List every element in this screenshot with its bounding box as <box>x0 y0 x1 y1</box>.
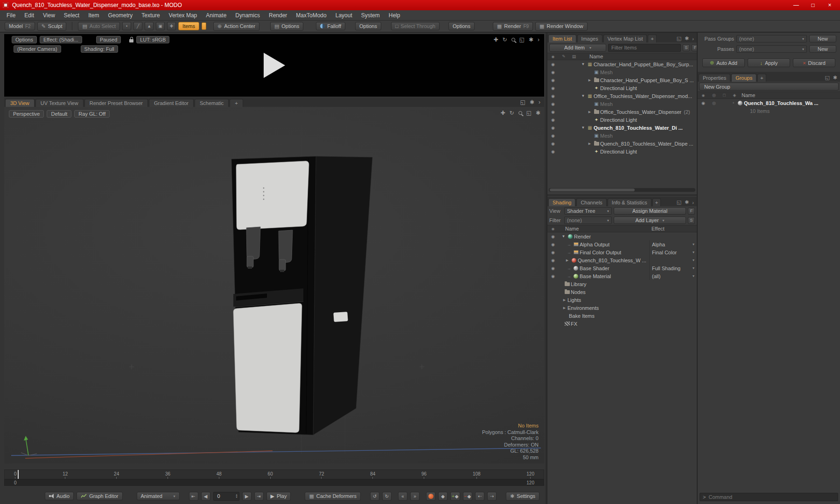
item-row-group-selected[interactable]: ◉ ▼ ▦ Quench_810_Touchless_Water_Di ... <box>547 124 697 132</box>
previous-frame-icon[interactable]: ◀ <box>201 492 210 501</box>
render-column-header[interactable]: ▤ <box>569 54 579 59</box>
add-key-icon[interactable]: +◆ <box>450 492 460 501</box>
record-icon[interactable] <box>428 494 434 499</box>
visibility-eye-icon[interactable]: ◉ <box>547 94 559 98</box>
edges-mode-icon[interactable]: ╱ <box>133 22 142 30</box>
panel-chevron-icon[interactable]: › <box>692 200 694 205</box>
shader-row-base-material[interactable]: ◉ → Base Material (all) ▾ <box>547 272 697 280</box>
expand-icon[interactable]: ◱ <box>677 199 681 205</box>
effect-dropdown[interactable]: ▾ <box>649 256 696 264</box>
menu-select[interactable]: Select <box>64 12 79 19</box>
graph-editor-button[interactable]: Graph Editor <box>77 492 122 500</box>
visibility-eye-icon[interactable]: ◉ <box>547 258 559 263</box>
visibility-eye-icon[interactable]: ◉ <box>547 102 559 106</box>
tab-item-list[interactable]: Item List <box>548 35 576 42</box>
visibility-eye-icon[interactable]: ◉ <box>547 250 559 255</box>
zoom-icon[interactable] <box>511 38 515 42</box>
command-bar[interactable]: > <box>700 493 838 501</box>
menu-view[interactable]: View <box>43 12 55 19</box>
shader-row-alpha-output[interactable]: ◉ → Alpha Output Alpha ▾ <box>547 240 697 248</box>
gear-icon[interactable]: ✱ <box>685 35 689 42</box>
item-row-mesh[interactable]: ◉ ▣ Mesh <box>547 100 697 108</box>
horizontal-scrollbar[interactable] <box>549 188 695 192</box>
shader-row-lights[interactable]: ▶ Lights <box>547 296 697 304</box>
zoom-icon[interactable] <box>518 111 522 115</box>
filter-button[interactable]: F <box>688 208 695 215</box>
menu-file[interactable]: File <box>7 12 15 19</box>
item-row-folder[interactable]: ◉ ▶ Character_Hand_Puppet_Blue_Boy_S ... <box>547 76 697 84</box>
menu-layout[interactable]: Layout <box>336 12 352 19</box>
expand-icon[interactable]: ◱ <box>520 99 525 105</box>
effect-dropdown[interactable]: (all) ▾ <box>649 272 696 280</box>
circle-toggle-icon[interactable]: ◎ <box>709 101 719 105</box>
maximize-button[interactable]: □ <box>805 0 820 10</box>
next-key-icon[interactable]: » <box>410 492 420 501</box>
visibility-eye-icon[interactable]: ◉ <box>547 118 559 122</box>
gear-icon[interactable]: ✱ <box>529 36 533 43</box>
gear-icon[interactable]: ✱ <box>833 75 837 81</box>
default-shading-button[interactable]: Default <box>47 110 71 118</box>
shader-row-render[interactable]: ◉ ▼ Render <box>547 232 697 240</box>
effect-dropdown[interactable]: Final Color ▾ <box>649 248 696 256</box>
render-window-button[interactable]: ▦ Render Window <box>535 22 588 31</box>
tab-render-preset-browser[interactable]: Render Preset Browser <box>84 99 148 107</box>
vertices-mode-icon[interactable]: • <box>122 22 131 30</box>
minimize-button[interactable]: — <box>789 0 804 10</box>
timeline-ruler[interactable]: 0 12 24 36 48 60 72 84 96 108 120 <box>4 469 544 479</box>
expand-arrow-icon[interactable]: ▶ <box>587 110 593 114</box>
command-input[interactable] <box>708 494 835 500</box>
timeline-range-bar[interactable]: 0 120 <box>4 479 544 486</box>
new-pass-button[interactable]: New <box>809 45 836 53</box>
preview-play-icon[interactable] <box>264 53 285 78</box>
preview-shading-button[interactable]: Shading: Full <box>81 45 118 53</box>
panel-chevron-icon[interactable]: › <box>538 36 539 43</box>
visibility-eye-icon[interactable]: ◉ <box>547 141 559 146</box>
select-through-options-button[interactable]: Options <box>448 22 475 30</box>
expand-arrow-icon[interactable]: ▶ <box>587 142 593 146</box>
tab-channels[interactable]: Channels <box>576 198 606 206</box>
expand-icon[interactable]: ◱ <box>519 36 525 43</box>
action-center-button[interactable]: ⊕ Action Center <box>213 22 259 31</box>
effect-column-header[interactable]: Effect <box>651 226 665 231</box>
shader-row-final-color-output[interactable]: ◉ → Final Color Output Final Color ▾ <box>547 248 697 256</box>
visibility-eye-icon[interactable]: ◉ <box>547 86 559 91</box>
anim-settings-button[interactable]: ✱ Settings <box>506 492 539 501</box>
jump-next-key-icon[interactable]: ⇢ <box>487 492 497 501</box>
visibility-column-header[interactable]: ◉ <box>547 227 559 231</box>
tab-groups[interactable]: Groups <box>731 74 756 82</box>
shader-row-bake-items[interactable]: Bake Items <box>547 312 697 320</box>
discard-button[interactable]: × Discard <box>793 58 835 67</box>
3d-viewport[interactable]: Perspective Default Ray GL: Off ✚ ↻ ◱ ✱ … <box>4 107 544 463</box>
visibility-eye-icon[interactable]: ◉ <box>547 266 559 271</box>
perspective-button[interactable]: Perspective <box>9 110 44 118</box>
loop-forward-icon[interactable]: ↻ <box>382 492 392 501</box>
item-row-group[interactable]: ◉ ▼ ▦ Character_Hand_Puppet_Blue_Boy_Sur… <box>547 60 697 68</box>
render-button[interactable]: ▦ Render F9 <box>493 22 533 31</box>
name-column-header[interactable]: Name <box>742 92 755 98</box>
play-button[interactable]: ▶ Play <box>266 492 291 501</box>
menu-vertex-map[interactable]: Vertex Map <box>169 12 197 19</box>
pan-icon[interactable]: ✚ <box>500 110 505 116</box>
visibility-eye-icon[interactable]: ◉ <box>547 62 559 67</box>
tab-3d-view[interactable]: 3D View <box>5 99 35 107</box>
menu-help[interactable]: Help <box>389 12 400 19</box>
menu-animate[interactable]: Animate <box>206 12 226 19</box>
view-mode-dropdown[interactable]: Shader Tree ▾ <box>564 207 612 215</box>
item-row-light[interactable]: ◉ ✦ Directional Light <box>547 147 697 155</box>
item-row-folder[interactable]: ◉ ▶ Quench_810_Touchless_Water_Dispe ... <box>547 140 697 147</box>
new-group-button[interactable]: New Group <box>699 83 839 91</box>
name-column-header[interactable]: Name <box>565 226 579 231</box>
item-row-mesh[interactable]: ◉ ▣ Mesh <box>547 132 697 140</box>
item-row-folder[interactable]: ◉ ▶ Office_Touchless_Water_Dispenser (2) <box>547 108 697 116</box>
menu-item[interactable]: Item <box>88 12 99 19</box>
visibility-eye-icon[interactable]: ◉ <box>698 101 709 105</box>
auto-key-icon[interactable]: ◆ <box>438 492 448 501</box>
shader-row-base-shader[interactable]: ◉ → Base Shader Full Shading ▾ <box>547 264 697 272</box>
edit-column-header[interactable]: ✎ <box>559 54 569 59</box>
apply-button[interactable]: ↓ Apply <box>748 58 790 67</box>
add-layer-dropdown[interactable]: Add Layer ▾ <box>614 217 686 224</box>
go-to-end-icon[interactable]: ⇥ <box>254 492 264 501</box>
tab-shading[interactable]: Shading <box>548 198 575 206</box>
pan-icon[interactable]: ✚ <box>493 36 498 43</box>
item-row-light[interactable]: ◉ ✦ Directional Light <box>547 84 697 92</box>
